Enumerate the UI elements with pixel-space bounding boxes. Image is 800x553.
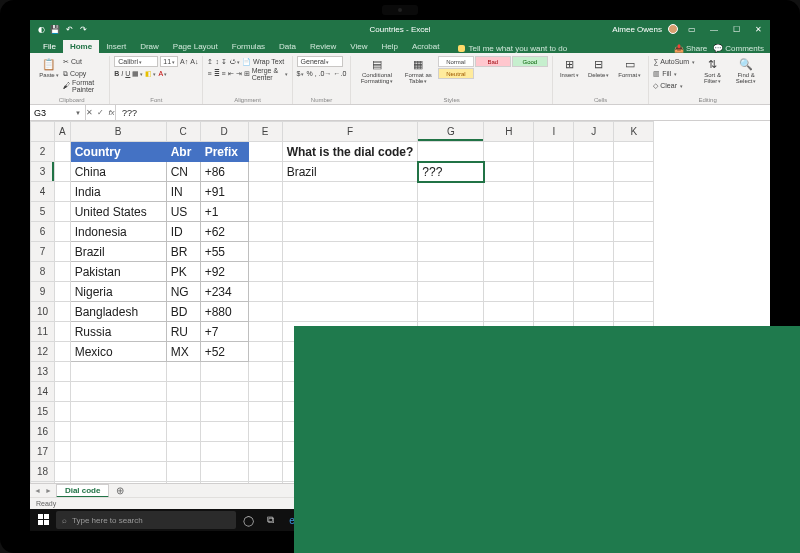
column-header-J[interactable]: J	[574, 122, 614, 142]
fx-icon[interactable]: fx	[108, 108, 114, 117]
borders-button[interactable]: ▦	[132, 70, 143, 78]
cell-H7[interactable]	[484, 242, 534, 262]
save-icon[interactable]: 💾	[50, 24, 60, 34]
comma-format-icon[interactable]: ,	[315, 70, 317, 77]
cell-B19[interactable]	[70, 482, 166, 484]
underline-button[interactable]: U	[125, 70, 130, 77]
format-as-table-button[interactable]: ▦ Format as Table	[402, 56, 435, 85]
column-header-A[interactable]: A	[55, 122, 71, 142]
column-header-D[interactable]: D	[200, 122, 248, 142]
cell-F8[interactable]	[282, 262, 418, 282]
row-header-15[interactable]: 15	[31, 402, 55, 422]
tab-data[interactable]: Data	[272, 40, 303, 53]
cell-H5[interactable]	[484, 202, 534, 222]
fill-color-button[interactable]: ◧	[145, 70, 156, 78]
cell-F10[interactable]	[282, 302, 418, 322]
cell-E8[interactable]	[248, 262, 282, 282]
cortana-icon[interactable]: ◯	[238, 510, 258, 530]
cell-J9[interactable]	[574, 282, 614, 302]
column-header-B[interactable]: B	[70, 122, 166, 142]
decrease-decimal-icon[interactable]: ←.0	[334, 70, 347, 77]
row-header-11[interactable]: 11	[31, 322, 55, 342]
cell-C4[interactable]: IN	[166, 182, 200, 202]
cell-A12[interactable]	[55, 342, 71, 362]
cell-K6[interactable]	[614, 222, 654, 242]
cell-styles-gallery[interactable]: Normal Bad Good Neutral	[438, 56, 548, 79]
cell-G10[interactable]	[418, 302, 484, 322]
cell-H9[interactable]	[484, 282, 534, 302]
new-sheet-icon[interactable]: ⊕	[113, 485, 127, 496]
copy-button[interactable]: ⧉ Copy	[63, 68, 105, 79]
column-header-C[interactable]: C	[166, 122, 200, 142]
minimize-icon[interactable]: —	[706, 25, 722, 34]
cell-B13[interactable]	[70, 362, 166, 382]
cut-button[interactable]: ✂ Cut	[63, 56, 105, 67]
cell-B8[interactable]: Pakistan	[70, 262, 166, 282]
cell-E4[interactable]	[248, 182, 282, 202]
cell-I3[interactable]	[534, 162, 574, 182]
cell-D7[interactable]: +55	[200, 242, 248, 262]
cell-B7[interactable]: Brazil	[70, 242, 166, 262]
cell-F6[interactable]	[282, 222, 418, 242]
cancel-formula-icon[interactable]: ✕	[86, 108, 93, 117]
cell-K4[interactable]	[614, 182, 654, 202]
ribbon-options-icon[interactable]: ▭	[684, 25, 700, 34]
cell-D12[interactable]: +52	[200, 342, 248, 362]
column-header-F[interactable]: F	[282, 122, 418, 142]
increase-font-icon[interactable]: A↑	[180, 58, 188, 65]
cell-B11[interactable]: Russia	[70, 322, 166, 342]
cell-F5[interactable]	[282, 202, 418, 222]
row-header-3[interactable]: 3	[31, 162, 55, 182]
align-bottom-icon[interactable]: ↧	[221, 58, 227, 66]
row-header-4[interactable]: 4	[31, 182, 55, 202]
column-header-E[interactable]: E	[248, 122, 282, 142]
cell-C17[interactable]	[166, 442, 200, 462]
cell-E9[interactable]	[248, 282, 282, 302]
cell-K5[interactable]	[614, 202, 654, 222]
column-header-G[interactable]: G	[418, 122, 484, 142]
align-right-icon[interactable]: ≡	[222, 70, 226, 77]
cell-G2[interactable]	[418, 142, 484, 162]
row-header-13[interactable]: 13	[31, 362, 55, 382]
cell-C16[interactable]	[166, 422, 200, 442]
cell-H3[interactable]	[484, 162, 534, 182]
cell-G8[interactable]	[418, 262, 484, 282]
cell-A13[interactable]	[55, 362, 71, 382]
cell-C2[interactable]: Abr	[166, 142, 200, 162]
cell-F3[interactable]: Brazil	[282, 162, 418, 182]
taskbar-search[interactable]: ⌕ Type here to search	[56, 511, 236, 529]
cell-A17[interactable]	[55, 442, 71, 462]
cell-D16[interactable]	[200, 422, 248, 442]
cell-I10[interactable]	[534, 302, 574, 322]
tell-me-search[interactable]: Tell me what you want to do	[446, 44, 567, 53]
row-header-7[interactable]: 7	[31, 242, 55, 262]
tab-home[interactable]: Home	[63, 40, 99, 53]
start-button[interactable]	[34, 510, 54, 530]
tab-draw[interactable]: Draw	[133, 40, 166, 53]
increase-decimal-icon[interactable]: .0→	[319, 70, 332, 77]
cell-J4[interactable]	[574, 182, 614, 202]
style-normal[interactable]: Normal	[438, 56, 474, 67]
wrap-text-button[interactable]: 📄 Wrap Text	[242, 56, 284, 67]
row-header-18[interactable]: 18	[31, 462, 55, 482]
cell-C15[interactable]	[166, 402, 200, 422]
cell-B5[interactable]: United States	[70, 202, 166, 222]
cell-B6[interactable]: Indonesia	[70, 222, 166, 242]
row-header-17[interactable]: 17	[31, 442, 55, 462]
cell-E15[interactable]	[248, 402, 282, 422]
cell-D18[interactable]	[200, 462, 248, 482]
cell-G9[interactable]	[418, 282, 484, 302]
cell-C12[interactable]: MX	[166, 342, 200, 362]
tab-review[interactable]: Review	[303, 40, 343, 53]
cell-F4[interactable]	[282, 182, 418, 202]
cell-J10[interactable]	[574, 302, 614, 322]
increase-indent-icon[interactable]: ⇥	[236, 70, 242, 78]
cell-E3[interactable]	[248, 162, 282, 182]
cell-E7[interactable]	[248, 242, 282, 262]
find-select-button[interactable]: 🔍Find & Select	[730, 56, 762, 85]
tab-view[interactable]: View	[343, 40, 374, 53]
tab-help[interactable]: Help	[374, 40, 404, 53]
cell-I4[interactable]	[534, 182, 574, 202]
tab-page-layout[interactable]: Page Layout	[166, 40, 225, 53]
autosave-icon[interactable]: ◐	[36, 24, 46, 34]
